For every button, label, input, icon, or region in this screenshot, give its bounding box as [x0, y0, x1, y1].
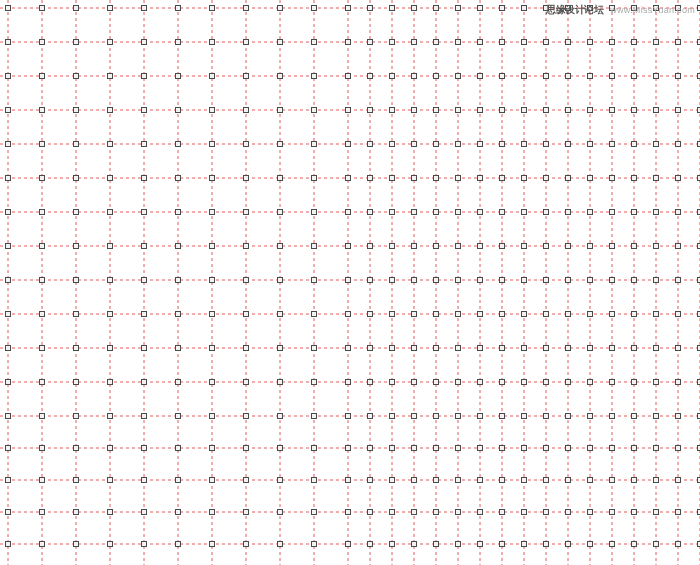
anchor-handle[interactable]	[676, 414, 681, 419]
anchor-handle[interactable]	[412, 478, 417, 483]
anchor-handle[interactable]	[588, 176, 593, 181]
anchor-handle[interactable]	[412, 74, 417, 79]
anchor-handle[interactable]	[108, 210, 113, 215]
anchor-handle[interactable]	[312, 142, 317, 147]
anchor-handle[interactable]	[244, 6, 249, 11]
anchor-handle[interactable]	[500, 542, 505, 547]
anchor-handle[interactable]	[412, 244, 417, 249]
anchor-handle[interactable]	[434, 210, 439, 215]
anchor-handle[interactable]	[40, 6, 45, 11]
anchor-handle[interactable]	[412, 446, 417, 451]
anchor-handle[interactable]	[500, 176, 505, 181]
anchor-handle[interactable]	[632, 74, 637, 79]
anchor-handle[interactable]	[522, 446, 527, 451]
anchor-handle[interactable]	[632, 510, 637, 515]
anchor-handle[interactable]	[566, 510, 571, 515]
anchor-handle[interactable]	[210, 510, 215, 515]
anchor-handle[interactable]	[478, 478, 483, 483]
anchor-handle[interactable]	[434, 74, 439, 79]
anchor-handle[interactable]	[6, 210, 11, 215]
anchor-handle[interactable]	[368, 312, 373, 317]
anchor-handle[interactable]	[40, 542, 45, 547]
anchor-handle[interactable]	[412, 414, 417, 419]
anchor-handle[interactable]	[456, 312, 461, 317]
anchor-handle[interactable]	[74, 142, 79, 147]
anchor-handle[interactable]	[368, 278, 373, 283]
anchor-handle[interactable]	[478, 346, 483, 351]
anchor-handle[interactable]	[434, 40, 439, 45]
anchor-handle[interactable]	[500, 74, 505, 79]
anchor-handle[interactable]	[522, 142, 527, 147]
anchor-handle[interactable]	[368, 380, 373, 385]
anchor-handle[interactable]	[40, 380, 45, 385]
anchor-handle[interactable]	[244, 446, 249, 451]
anchor-handle[interactable]	[244, 312, 249, 317]
anchor-handle[interactable]	[544, 40, 549, 45]
anchor-handle[interactable]	[390, 74, 395, 79]
anchor-handle[interactable]	[312, 542, 317, 547]
anchor-handle[interactable]	[500, 414, 505, 419]
anchor-handle[interactable]	[522, 346, 527, 351]
anchor-handle[interactable]	[478, 40, 483, 45]
anchor-handle[interactable]	[368, 108, 373, 113]
anchor-handle[interactable]	[142, 278, 147, 283]
anchor-handle[interactable]	[522, 380, 527, 385]
anchor-handle[interactable]	[390, 210, 395, 215]
anchor-handle[interactable]	[142, 312, 147, 317]
anchor-handle[interactable]	[108, 446, 113, 451]
anchor-handle[interactable]	[456, 380, 461, 385]
anchor-handle[interactable]	[544, 108, 549, 113]
anchor-handle[interactable]	[456, 446, 461, 451]
anchor-handle[interactable]	[210, 40, 215, 45]
anchor-handle[interactable]	[210, 108, 215, 113]
anchor-handle[interactable]	[346, 210, 351, 215]
anchor-handle[interactable]	[210, 176, 215, 181]
anchor-handle[interactable]	[210, 74, 215, 79]
anchor-handle[interactable]	[108, 542, 113, 547]
anchor-handle[interactable]	[500, 346, 505, 351]
anchor-handle[interactable]	[312, 40, 317, 45]
anchor-handle[interactable]	[500, 478, 505, 483]
anchor-handle[interactable]	[478, 176, 483, 181]
anchor-handle[interactable]	[654, 542, 659, 547]
anchor-handle[interactable]	[610, 312, 615, 317]
anchor-handle[interactable]	[654, 312, 659, 317]
anchor-handle[interactable]	[544, 176, 549, 181]
anchor-handle[interactable]	[244, 346, 249, 351]
anchor-handle[interactable]	[6, 380, 11, 385]
anchor-handle[interactable]	[176, 346, 181, 351]
anchor-handle[interactable]	[278, 380, 283, 385]
anchor-handle[interactable]	[434, 478, 439, 483]
anchor-handle[interactable]	[244, 244, 249, 249]
anchor-handle[interactable]	[588, 312, 593, 317]
anchor-handle[interactable]	[312, 6, 317, 11]
anchor-handle[interactable]	[544, 346, 549, 351]
anchor-handle[interactable]	[312, 446, 317, 451]
anchor-handle[interactable]	[610, 478, 615, 483]
anchor-handle[interactable]	[390, 40, 395, 45]
anchor-handle[interactable]	[676, 312, 681, 317]
anchor-handle[interactable]	[368, 244, 373, 249]
anchor-handle[interactable]	[346, 108, 351, 113]
anchor-handle[interactable]	[210, 446, 215, 451]
anchor-handle[interactable]	[368, 542, 373, 547]
anchor-handle[interactable]	[412, 40, 417, 45]
anchor-handle[interactable]	[566, 210, 571, 215]
anchor-handle[interactable]	[312, 414, 317, 419]
anchor-handle[interactable]	[142, 40, 147, 45]
anchor-handle[interactable]	[312, 346, 317, 351]
anchor-handle[interactable]	[210, 346, 215, 351]
anchor-handle[interactable]	[500, 510, 505, 515]
anchor-handle[interactable]	[676, 278, 681, 283]
anchor-handle[interactable]	[434, 346, 439, 351]
anchor-handle[interactable]	[588, 510, 593, 515]
anchor-handle[interactable]	[346, 478, 351, 483]
anchor-handle[interactable]	[176, 380, 181, 385]
anchor-handle[interactable]	[412, 312, 417, 317]
anchor-handle[interactable]	[588, 210, 593, 215]
anchor-handle[interactable]	[544, 478, 549, 483]
anchor-handle[interactable]	[478, 380, 483, 385]
anchor-handle[interactable]	[632, 108, 637, 113]
anchor-handle[interactable]	[390, 6, 395, 11]
anchor-handle[interactable]	[74, 312, 79, 317]
